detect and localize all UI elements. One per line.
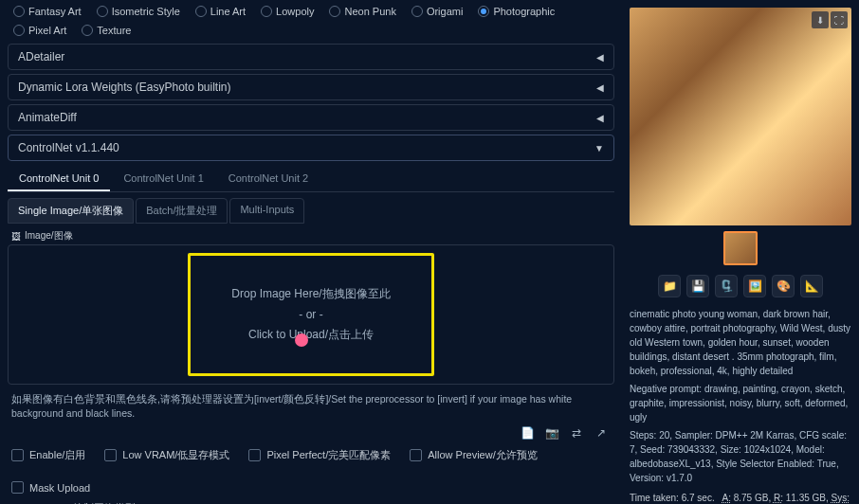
controlnet-accordion[interactable]: ControlNet v1.1.440 ▼ xyxy=(8,135,614,161)
negative-prompt-text: Negative prompt: drawing, painting, cray… xyxy=(630,382,851,424)
animatediff-accordion[interactable]: AnimateDiff ◀ xyxy=(8,104,614,131)
style-label: Isometric Style xyxy=(112,6,180,17)
lora-accordion[interactable]: Dynamic Lora Weights (EasyPhoto builtin)… xyxy=(8,74,614,100)
lowvram-checkbox[interactable]: Low VRAM/低显存模式 xyxy=(104,448,229,462)
output-action-button[interactable]: 🎨 xyxy=(772,275,795,297)
output-action-button[interactable]: 🖼️ xyxy=(743,275,766,297)
allowpreview-checkbox[interactable]: Allow Preview/允许预览 xyxy=(410,448,538,462)
style-option[interactable]: Origami xyxy=(406,4,469,19)
style-label: Origami xyxy=(427,6,464,17)
radio-icon xyxy=(13,6,25,17)
output-action-button[interactable]: 💾 xyxy=(686,275,709,297)
output-action-button[interactable]: 🗜️ xyxy=(715,275,738,297)
radio-icon xyxy=(478,6,489,17)
controlnet-unit-tabs: ControlNet Unit 0ControlNet Unit 1Contro… xyxy=(8,167,614,192)
controlnet-input-tabs: Single Image/单张图像Batch/批量处理Multi-Inputs xyxy=(8,198,614,224)
dropzone-text: Click to Upload/点击上传 xyxy=(248,327,374,343)
style-option[interactable]: Texture xyxy=(76,23,137,38)
chevron-left-icon: ◀ xyxy=(596,52,604,63)
image-icon: 🖼 xyxy=(11,231,21,242)
style-label: Texture xyxy=(97,25,131,36)
style-option[interactable]: Photographic xyxy=(472,4,560,19)
radio-icon xyxy=(13,25,25,36)
radio-icon xyxy=(261,6,272,17)
presets-icon[interactable]: ↗ xyxy=(594,425,609,441)
chevron-down-icon: ▼ xyxy=(594,143,604,153)
radio-icon xyxy=(195,6,207,17)
radio-icon xyxy=(329,6,340,17)
maskupload-checkbox[interactable]: Mask Upload xyxy=(11,481,90,494)
style-label: Photographic xyxy=(493,6,555,17)
controlnet-input-tab[interactable]: Single Image/单张图像 xyxy=(8,198,134,224)
download-icon[interactable]: ⬇ xyxy=(812,11,829,28)
swap-icon[interactable]: ⇄ xyxy=(569,425,584,441)
accordion-label: ControlNet v1.1.440 xyxy=(18,141,119,154)
accordion-label: ADetailer xyxy=(18,50,64,63)
style-option[interactable]: Fantasy Art xyxy=(8,4,87,19)
adetailer-accordion[interactable]: ADetailer ◀ xyxy=(8,44,614,70)
image-dropzone[interactable]: Drop Image Here/拖拽图像至此 - or - Click to U… xyxy=(188,253,434,376)
style-option[interactable]: Neon Punk xyxy=(323,4,401,19)
controlnet-input-tab[interactable]: Multi-Inputs xyxy=(229,198,304,224)
prompt-text: cinematic photo young woman, dark brown … xyxy=(630,307,851,378)
style-label: Neon Punk xyxy=(344,6,395,17)
time-stats: Time taken: 6.7 sec. A: 8.75 GB, R: 11.3… xyxy=(630,493,851,504)
image-input-label: 🖼 Image/图像 xyxy=(11,229,614,243)
preprocessor-hint: 如果图像有白色背景和黑色线条,请将预处理器设置为[invert/颜色反转]/Se… xyxy=(11,392,611,420)
style-label: Lowpoly xyxy=(276,6,314,17)
pixelperfect-checkbox[interactable]: Pixel Perfect/完美匹配像素 xyxy=(248,448,391,462)
style-label: Pixel Art xyxy=(28,25,66,36)
controlnet-unit-tab[interactable]: ControlNet Unit 1 xyxy=(112,167,214,191)
output-thumbnail[interactable] xyxy=(723,231,758,265)
generation-meta-text: Steps: 20, Sampler: DPM++ 2M Karras, CFG… xyxy=(630,428,851,485)
create-canvas-icon[interactable]: 📄 xyxy=(520,425,535,441)
style-option[interactable]: Pixel Art xyxy=(8,23,72,38)
controlnet-unit-tab[interactable]: ControlNet Unit 0 xyxy=(8,167,110,191)
style-option[interactable]: Isometric Style xyxy=(91,4,186,19)
output-action-button[interactable]: 📁 xyxy=(658,275,681,297)
chevron-left-icon: ◀ xyxy=(596,113,604,123)
radio-icon xyxy=(82,25,93,36)
radio-icon xyxy=(97,6,108,17)
fullscreen-icon[interactable]: ⛶ xyxy=(831,11,848,28)
webcam-icon[interactable]: 📷 xyxy=(544,425,559,441)
output-action-button[interactable]: 📐 xyxy=(800,275,823,297)
accordion-label: Dynamic Lora Weights (EasyPhoto builtin) xyxy=(18,81,231,94)
radio-icon xyxy=(411,6,423,17)
enable-checkbox[interactable]: Enable/启用 xyxy=(11,448,85,462)
cursor-icon xyxy=(295,333,308,347)
style-options: Fantasy ArtIsometric StyleLine ArtLowpol… xyxy=(8,4,614,38)
style-option[interactable]: Lowpoly xyxy=(255,4,320,19)
style-option[interactable]: Line Art xyxy=(190,4,251,19)
dropzone-or: - or - xyxy=(299,308,322,321)
controlnet-unit-tab[interactable]: ControlNet Unit 2 xyxy=(217,167,320,191)
output-image[interactable]: ⬇ ⛶ xyxy=(630,8,851,225)
style-label: Line Art xyxy=(210,6,246,17)
accordion-label: AnimateDiff xyxy=(18,111,77,124)
dropzone-text: Drop Image Here/拖拽图像至此 xyxy=(231,286,390,302)
style-label: Fantasy Art xyxy=(28,6,82,17)
chevron-left-icon: ◀ xyxy=(596,82,604,93)
controlnet-input-tab[interactable]: Batch/批量处理 xyxy=(136,198,228,224)
